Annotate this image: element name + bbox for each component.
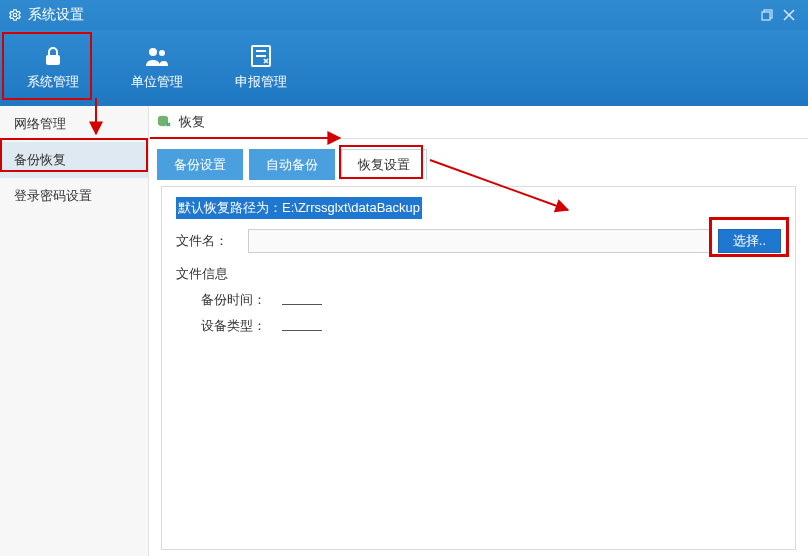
window: 系统设置 系统管理 单位管理 [0, 0, 808, 556]
annotation-arrows [0, 0, 808, 556]
